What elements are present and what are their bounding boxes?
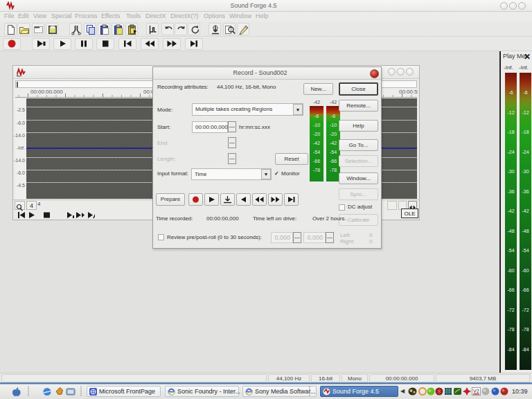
svg-text:V2: V2 [473, 389, 479, 393]
